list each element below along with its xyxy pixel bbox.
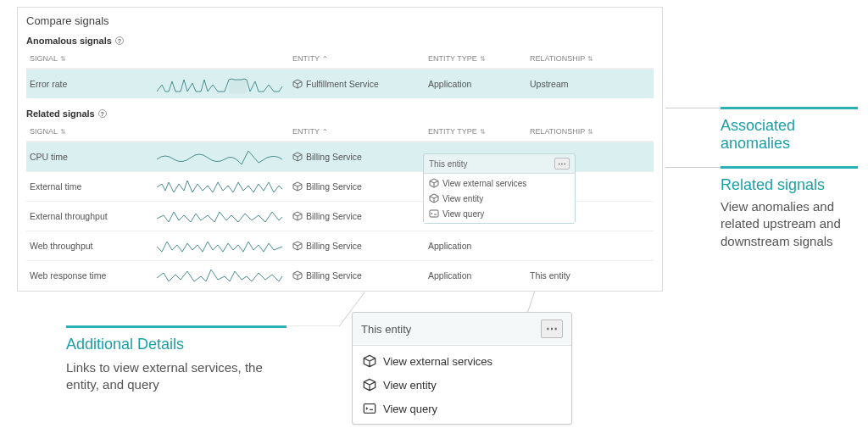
entity-cell: Fulfillment Service [289, 74, 425, 94]
cube-icon [363, 354, 376, 368]
col-signal[interactable]: SIGNAL⇅ [26, 122, 153, 141]
entity-icon [292, 241, 303, 251]
entity-cell: Billing Service [289, 236, 425, 256]
row-actions-popover-enlarged: This entity ⋯ View external services Vie… [352, 312, 572, 425]
entity-type-cell: Application [425, 74, 526, 94]
sparkline-icon [157, 147, 284, 166]
sparkline-cell [153, 142, 289, 171]
entity-icon [292, 152, 303, 162]
col-relationship[interactable]: RELATIONSHIP⇅ [526, 49, 654, 68]
sparkline-icon [157, 177, 284, 196]
anomalous-table-head: SIGNAL⇅ ENTITY⌃ ENTITY TYPE⇅ RELATIONSHI… [26, 49, 654, 69]
signal-cell: External throughput [26, 206, 153, 226]
entity-type-cell: Application [425, 265, 526, 286]
entity-cell: Billing Service [289, 265, 425, 286]
entity-icon [292, 270, 303, 281]
signal-cell: External time [26, 176, 153, 197]
more-actions-button[interactable]: ⋯ [554, 158, 570, 170]
callout-additional-details: Additional Details [66, 336, 184, 353]
entity-cell: Billing Service [289, 147, 425, 167]
col-entity[interactable]: ENTITY⌃ [289, 122, 425, 141]
col-relationship[interactable]: RELATIONSHIP⇅ [526, 122, 654, 141]
callout-related-signals-body: View anomalies and related upstream and … [721, 198, 860, 250]
cube-icon [429, 193, 439, 203]
relationship-cell: Upstream [526, 74, 654, 94]
view-query-item[interactable]: View query [353, 397, 571, 420]
popover-title: This entity [361, 323, 411, 336]
cube-icon [429, 178, 439, 188]
col-signal[interactable]: SIGNAL⇅ [26, 49, 153, 68]
more-actions-button[interactable]: ⋯ [541, 320, 563, 338]
col-entity-type[interactable]: ENTITY TYPE⇅ [425, 49, 526, 68]
callout-associated-anomalies: Associated anomalies [721, 117, 868, 153]
compare-signals-panel: Compare signals Anomalous signals ? SIGN… [17, 7, 663, 292]
popover-title: This entity [429, 159, 468, 169]
related-row[interactable]: Web throughput Billing Service Applicati… [26, 231, 654, 260]
query-icon [429, 208, 439, 219]
sparkline-icon [157, 207, 284, 225]
sparkline-icon [157, 75, 284, 93]
svg-rect-1 [364, 404, 375, 414]
related-row[interactable]: Web response time Billing Service Applic… [26, 260, 654, 290]
relationship-cell: This entity [526, 265, 654, 286]
entity-type-cell: Application [425, 236, 526, 256]
sparkline-cell [153, 202, 289, 231]
sparkline-icon [157, 236, 284, 255]
sparkline-cell [153, 261, 289, 290]
sparkline-icon [157, 266, 284, 285]
related-table-head: SIGNAL⇅ ENTITY⌃ ENTITY TYPE⇅ RELATIONSHI… [26, 122, 654, 142]
cube-icon [363, 378, 376, 392]
col-entity-type[interactable]: ENTITY TYPE⇅ [425, 122, 526, 141]
signal-cell: CPU time [26, 147, 153, 167]
signal-cell: Web response time [26, 265, 153, 286]
view-entity-item[interactable]: View entity [424, 191, 575, 206]
anomalous-row[interactable]: Error rate Fulfillment Service Applicati… [26, 69, 654, 98]
view-external-services-item[interactable]: View external services [353, 349, 571, 373]
anomalous-heading: Anomalous signals [26, 36, 112, 46]
view-query-item[interactable]: View query [424, 206, 575, 221]
entity-cell: Billing Service [289, 176, 425, 197]
help-icon[interactable]: ? [115, 36, 124, 45]
sparkline-cell [153, 231, 289, 260]
related-heading: Related signals [26, 108, 95, 119]
relationship-cell [526, 241, 654, 251]
callout-related-signals: Related signals [721, 176, 825, 194]
anomalous-section-header: Anomalous signals ? [26, 36, 654, 46]
sparkline-cell [153, 172, 289, 201]
panel-title: Compare signals [26, 14, 654, 27]
row-actions-popover: This entity ⋯ View external services Vie… [423, 153, 576, 224]
entity-icon [292, 181, 303, 192]
view-entity-item[interactable]: View entity [353, 373, 571, 397]
callout-additional-details-body: Links to view external services, the ent… [66, 359, 287, 394]
col-entity[interactable]: ENTITY⌃ [289, 49, 425, 68]
signal-cell: Web throughput [26, 236, 153, 256]
svg-rect-0 [430, 210, 438, 217]
view-external-services-item[interactable]: View external services [424, 175, 575, 191]
query-icon [363, 402, 376, 415]
sparkline-cell [153, 69, 289, 98]
entity-icon [292, 211, 303, 221]
entity-cell: Billing Service [289, 206, 425, 226]
signal-cell: Error rate [26, 74, 153, 94]
entity-icon [292, 79, 303, 89]
help-icon[interactable]: ? [98, 109, 107, 118]
related-section-header: Related signals ? [26, 108, 654, 119]
